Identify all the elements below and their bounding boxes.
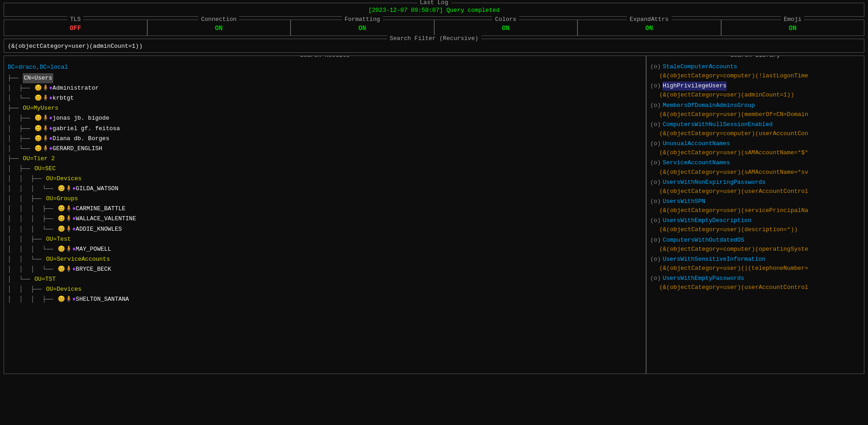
tree-node: │ ├── OU=SEC (8, 164, 642, 174)
library-item[interactable]: (o) ComputersWithOutdatedOS (&(objectCat… (650, 236, 860, 254)
person-icon: 🧍 (65, 264, 72, 274)
tree-indent: │ (19, 234, 30, 244)
search-results-title: Search Results (297, 56, 352, 59)
tree-indent: │ (8, 83, 18, 93)
library-item[interactable]: (o) ServiceAccountNames (&(objectCategor… (650, 158, 860, 177)
tree-node: │ │ │ └── 😊🧍♦ BRYCE_BECK (8, 264, 642, 274)
tree-indent: │ (19, 264, 30, 274)
tree-node-user-label: Administrator (53, 83, 99, 93)
lib-item-query: (&(objectCategory=user)(userAccountContr… (659, 283, 859, 292)
person-icon: 🧍 (65, 294, 72, 304)
search-filter-input[interactable] (8, 43, 860, 50)
toggle-item-formatting[interactable]: Formatting ON (291, 20, 434, 36)
lib-item-name[interactable]: UsersWithSensitiveInformation (662, 255, 765, 264)
face-icon: 😊 (35, 113, 42, 123)
lib-item-name[interactable]: ComputersWithNullSessionEnabled (662, 120, 773, 129)
toggle-item-connection[interactable]: Connection ON (147, 20, 291, 36)
library-item[interactable]: (o) UnusualAccountNames (&(objectCategor… (650, 139, 860, 157)
lib-item-name[interactable]: ServiceAccountNames (662, 158, 730, 167)
tree-indent: │ (8, 113, 18, 123)
tree-node-ou-label: OU=ServiceAccounts (46, 254, 110, 264)
person-icon: 🧍 (42, 83, 49, 93)
tree-node-user-label: MAY_POWELL (76, 244, 111, 254)
tree-indent: │ (8, 224, 18, 234)
tree-indent: │ (19, 184, 30, 194)
search-library-panel: Search Library (o) StaleComputerAccounts… (646, 56, 864, 374)
library-item[interactable]: (o) StaleComputerAccounts (&(objectCateg… (650, 62, 860, 81)
tree-connector: ├── (19, 113, 33, 123)
tree-connector: └── (19, 93, 33, 103)
tree-connector: └── (19, 144, 33, 154)
tree-indent: │ (8, 244, 18, 254)
tree-connector: ├── (42, 204, 56, 214)
tree-indent: │ (19, 284, 30, 294)
tree-indent: │ (19, 174, 30, 184)
person-icon: 🧍 (65, 214, 72, 224)
lib-circle-icon: (o) (650, 236, 661, 245)
tree-connector: ├── (8, 154, 22, 164)
lib-circle-icon: (o) (650, 216, 661, 225)
tree-indent: │ (19, 224, 30, 234)
dot-purple-icon: ♦ (72, 264, 76, 274)
tree-indent: │ (19, 244, 30, 254)
lib-item-name[interactable]: UsersWithEmptyPasswords (662, 274, 744, 283)
dot-purple-icon: ♦ (72, 184, 76, 194)
tree-node: │ └── OU=TST (8, 274, 642, 284)
tree-indent: │ (19, 204, 30, 214)
tree-indent: │ (8, 164, 18, 174)
tree-node: │ └── 😊🧍♦ GERARD_ENGLISH (8, 144, 642, 154)
person-icon: 🧍 (65, 224, 72, 234)
dot-purple-icon: ♦ (72, 204, 76, 214)
lib-circle-icon: (o) (650, 139, 661, 148)
lib-item-name[interactable]: ComputersWithOutdatedOS (662, 236, 744, 245)
tree-node-user-label: krbtgt (53, 93, 74, 103)
lib-circle-icon: (o) (650, 197, 661, 206)
person-icon: 🧍 (65, 184, 72, 194)
toggle-value-expandattrs: ON (580, 25, 719, 32)
lib-item-header: (o) UsersWithNonExpiringPasswords (650, 178, 860, 187)
lib-item-name[interactable]: UnusualAccountNames (662, 139, 730, 148)
library-item[interactable]: (o) UsersWithSensitiveInformation (&(obj… (650, 255, 860, 273)
lib-item-query: (&(objectCategory=computer)(!lastLogonTi… (659, 71, 859, 81)
library-item[interactable]: (o) HighPrivilegeUsers (&(objectCategory… (650, 81, 860, 100)
tree-indent: │ (31, 264, 41, 274)
tree-node-user-label: ADDIE_KNOWLES (76, 224, 122, 234)
library-item[interactable]: (o) MembersOfDomainAdminsGroup (&(object… (650, 101, 860, 119)
tree-indent: │ (19, 254, 30, 264)
face-icon: 😊 (58, 214, 65, 224)
toggle-label-tls: TLS (67, 16, 83, 23)
lib-item-name[interactable]: HighPrivilegeUsers (662, 81, 726, 91)
lib-item-name[interactable]: StaleComputerAccounts (662, 62, 737, 71)
tree-node: │ │ ├── OU=Groups (8, 194, 642, 204)
lib-item-query: (&(objectCategory=user)(servicePrincipal… (659, 206, 859, 215)
last-log-title: Last Log (417, 0, 451, 6)
dot-purple-icon: ♦ (49, 144, 53, 154)
lib-item-name[interactable]: UsersWithSPN (662, 197, 705, 206)
face-icon: 😊 (35, 144, 42, 154)
toggle-item-expandattrs[interactable]: ExpandAttrs ON (577, 20, 721, 36)
tree-indent: │ (8, 124, 18, 134)
tree-connector: ├── (42, 214, 56, 224)
lib-item-name[interactable]: MembersOfDomainAdminsGroup (662, 101, 755, 110)
lib-item-query: (&(objectCategory=computer)(userAccountC… (659, 129, 859, 138)
person-icon: 🧍 (65, 244, 72, 254)
dot-purple-icon: ♦ (49, 134, 53, 144)
toggle-item-tls[interactable]: TLS OFF (4, 20, 147, 36)
toggle-item-colors[interactable]: Colors ON (434, 20, 578, 36)
tree-connector: ├── (31, 234, 45, 244)
tree-connector: ├── (31, 174, 45, 184)
toggle-label-expandattrs: ExpandAttrs (627, 16, 672, 23)
library-item[interactable]: (o) UsersWithEmptyDescription (&(objectC… (650, 216, 860, 234)
library-item[interactable]: (o) UsersWithEmptyPasswords (&(objectCat… (650, 274, 860, 292)
library-item[interactable]: (o) UsersWithNonExpiringPasswords (&(obj… (650, 178, 860, 196)
tree-node-user-label: BRYCE_BECK (76, 264, 111, 274)
tree-indent: │ (31, 204, 41, 214)
main-area: Search Results DC=draco,DC=local ├── CN=… (4, 56, 864, 374)
lib-item-name[interactable]: UsersWithNonExpiringPasswords (662, 178, 765, 187)
search-library-title: Search Library (728, 56, 783, 59)
toggle-item-emoji[interactable]: Emoji ON (721, 20, 865, 36)
tree-indent: │ (8, 174, 18, 184)
lib-item-name[interactable]: UsersWithEmptyDescription (662, 216, 751, 225)
library-item[interactable]: (o) ComputersWithNullSessionEnabled (&(o… (650, 120, 860, 138)
library-item[interactable]: (o) UsersWithSPN (&(objectCategory=user)… (650, 197, 860, 215)
